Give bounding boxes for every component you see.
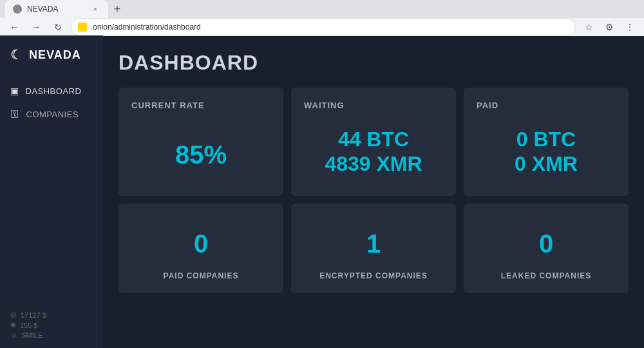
card-encrypted-companies-value: 1 [366, 229, 381, 258]
tab-close-button[interactable]: × [90, 4, 100, 14]
sidebar-nav: ▣ DASHBOARD ⚿ COMPANIES [0, 79, 103, 126]
address-bar[interactable]: .onion/administration/dashboard [71, 18, 576, 36]
sidebar: ☾ NEVADA ▣ DASHBOARD ⚿ COMPANIES ◎ 17127… [0, 35, 103, 348]
sidebar-item-companies-label: COMPANIES [26, 110, 79, 119]
browser-tab[interactable]: NEVADA × [5, 0, 108, 18]
footer-stat-1: ◎ 17127 $ [10, 311, 93, 319]
app-container: ☾ NEVADA ▣ DASHBOARD ⚿ COMPANIES ◎ 17127… [0, 35, 644, 348]
browser-chrome: NEVADA × + ← → ↻ .onion/administration/d… [0, 0, 644, 35]
tab-title: NEVADA [27, 5, 58, 14]
clock-icon: ◎ [10, 311, 17, 319]
card-paid-content: 0 BTC 0 XMR [477, 121, 616, 183]
card-encrypted-companies: 1 ENCRYPTED COMPANIES [291, 204, 456, 293]
sidebar-footer: ◎ 17127 $ ❀ 155 $ ☺ SMILE [0, 302, 103, 348]
card-paid-companies-label: PAID COMPANIES [131, 271, 270, 280]
card-waiting-xmr: 4839 XMR [325, 151, 422, 176]
tab-favicon [13, 5, 22, 14]
card-paid-title: PAID [477, 101, 616, 110]
dashboard-icon: ▣ [10, 86, 19, 96]
footer-stat-2-text: 155 $ [20, 322, 38, 329]
card-paid-companies: 0 PAID COMPANIES [118, 204, 283, 293]
star-icon[interactable]: ☆ [580, 18, 598, 36]
card-paid-companies-value: 0 [194, 229, 208, 258]
toolbar-icons: ☆ ⚙ ⋮ [580, 18, 639, 36]
card-waiting: WAITING 44 BTC 4839 XMR [291, 88, 456, 196]
companies-icon: ⚿ [10, 109, 20, 119]
page-title: DASHBOARD [118, 51, 629, 75]
card-leaked-companies-content: 0 [477, 217, 616, 265]
refresh-button[interactable]: ↻ [49, 18, 67, 36]
sidebar-item-companies[interactable]: ⚿ COMPANIES [0, 102, 103, 126]
main-content: DASHBOARD CURRENT RATE 85% WAITING 44 BT… [103, 35, 644, 348]
card-leaked-companies-value: 0 [539, 229, 553, 258]
card-current-rate: CURRENT RATE 85% [118, 88, 283, 196]
flower-icon: ❀ [10, 321, 16, 329]
card-leaked-companies-label: LEAKED COMPANIES [477, 271, 616, 280]
new-tab-button[interactable]: + [108, 0, 126, 18]
card-paid-value: 0 BTC 0 XMR [515, 127, 578, 177]
card-waiting-value: 44 BTC 4839 XMR [325, 127, 422, 177]
card-paid-xmr: 0 XMR [515, 151, 578, 176]
smile-icon: ☺ [10, 331, 17, 339]
footer-stat-3-text: SMILE [21, 331, 43, 339]
forward-button[interactable]: → [27, 18, 45, 36]
card-encrypted-companies-label: ENCRYPTED COMPANIES [304, 271, 443, 280]
card-leaked-companies: 0 LEAKED COMPANIES [464, 204, 629, 293]
footer-stat-3: ☺ SMILE [10, 331, 93, 339]
dashboard-grid: CURRENT RATE 85% WAITING 44 BTC 4839 XMR… [118, 88, 629, 293]
footer-stat-1-text: 17127 $ [21, 311, 46, 319]
card-current-rate-content: 85% [131, 121, 270, 183]
card-paid-companies-content: 0 [131, 217, 270, 265]
footer-stat-2: ❀ 155 $ [10, 321, 93, 329]
logo-icon: ☾ [10, 47, 23, 63]
sidebar-logo: ☾ NEVADA [0, 35, 103, 74]
card-paid-btc: 0 BTC [516, 127, 576, 151]
browser-toolbar: ← → ↻ .onion/administration/dashboard ☆ … [0, 18, 644, 36]
card-encrypted-companies-content: 1 [304, 217, 443, 265]
card-waiting-content: 44 BTC 4839 XMR [304, 121, 443, 183]
card-waiting-title: WAITING [304, 101, 443, 110]
card-current-rate-value: 85% [175, 140, 227, 169]
back-button[interactable]: ← [5, 18, 23, 36]
settings-icon[interactable]: ⚙ [600, 18, 618, 36]
card-paid: PAID 0 BTC 0 XMR [464, 88, 629, 196]
menu-icon[interactable]: ⋮ [621, 18, 639, 36]
lock-icon [78, 23, 87, 32]
card-current-rate-title: CURRENT RATE [131, 101, 270, 110]
tab-bar: NEVADA × + [0, 0, 644, 18]
card-waiting-btc: 44 BTC [338, 127, 409, 151]
sidebar-item-dashboard-label: DASHBOARD [26, 86, 82, 96]
sidebar-item-dashboard[interactable]: ▣ DASHBOARD [0, 79, 103, 102]
address-url: .onion/administration/dashboard [91, 23, 201, 32]
logo-text: NEVADA [29, 48, 81, 62]
